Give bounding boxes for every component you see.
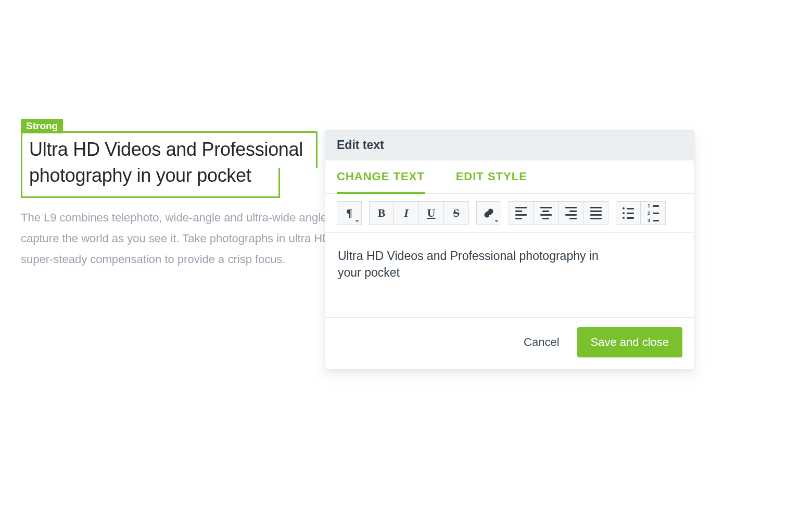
italic-icon: I — [404, 207, 409, 219]
save-and-close-button[interactable]: Save and close — [577, 327, 682, 357]
editor-body[interactable]: Ultra HD Videos and Professional photogr… — [325, 233, 694, 317]
align-right-button[interactable] — [559, 201, 583, 225]
numbered-list-icon: 1 2 3 — [648, 204, 659, 223]
paragraph-format-button[interactable]: ¶ — [337, 201, 362, 225]
tab-change-text[interactable]: CHANGE TEXT — [337, 170, 425, 194]
bullet-list-icon — [623, 207, 634, 219]
popover-footer: Cancel Save and close — [325, 317, 694, 369]
align-center-icon — [540, 207, 552, 219]
align-justify-icon — [590, 207, 602, 219]
align-right-icon — [565, 207, 577, 219]
align-justify-button[interactable] — [583, 201, 608, 225]
align-left-icon — [515, 207, 527, 219]
italic-button[interactable]: I — [394, 201, 419, 225]
heading-text[interactable]: Ultra HD Videos and Professional photogr… — [29, 137, 321, 189]
editor-text[interactable]: Ultra HD Videos and Professional photogr… — [338, 247, 619, 281]
align-center-button[interactable] — [534, 201, 559, 225]
popover-tabs: CHANGE TEXT EDIT STYLE — [325, 160, 694, 194]
bold-icon: B — [378, 207, 386, 219]
popover-title: Edit text — [337, 138, 682, 152]
tab-edit-style[interactable]: EDIT STYLE — [456, 170, 527, 193]
chevron-down-icon — [355, 220, 359, 222]
numbered-list-button[interactable]: 1 2 3 — [641, 201, 666, 225]
underline-button[interactable]: U — [419, 201, 444, 225]
popover-header: Edit text — [325, 131, 694, 160]
link-icon — [484, 208, 494, 218]
edit-text-popover: Edit text CHANGE TEXT EDIT STYLE ¶ B I U… — [325, 130, 694, 369]
bullet-list-button[interactable] — [616, 201, 641, 225]
link-button[interactable] — [476, 201, 501, 225]
chevron-down-icon — [494, 220, 499, 222]
strikethrough-icon: S — [453, 207, 459, 219]
strikethrough-button[interactable]: S — [444, 201, 469, 225]
pilcrow-icon: ¶ — [346, 207, 352, 219]
underline-icon: U — [427, 207, 436, 219]
align-left-button[interactable] — [509, 201, 534, 225]
bold-button[interactable]: B — [369, 201, 394, 225]
editor-toolbar: ¶ B I U S — [325, 194, 694, 233]
cancel-button[interactable]: Cancel — [521, 330, 562, 354]
